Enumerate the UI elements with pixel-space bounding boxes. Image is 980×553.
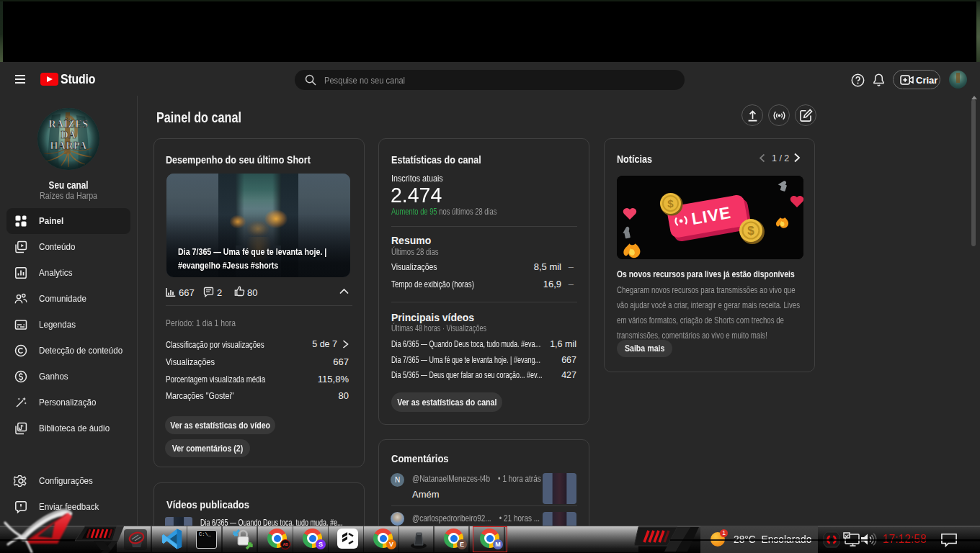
svg-text:RAÍZES: RAÍZES (48, 118, 88, 130)
svg-text:HARPA: HARPA (50, 140, 87, 151)
svg-text:DA: DA (61, 130, 76, 140)
svg-text:$: $ (667, 197, 674, 210)
svg-text:$: $ (747, 224, 754, 238)
